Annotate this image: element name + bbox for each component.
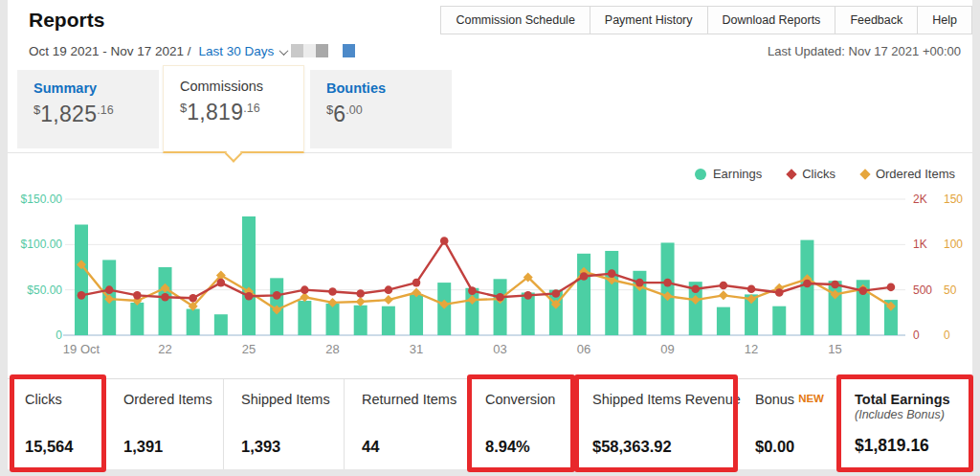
earnings-bar [605,251,618,335]
svg-text:0: 0 [944,329,950,342]
tab-summary[interactable]: Summary $1,825.16 [17,70,159,148]
svg-text:$150.00: $150.00 [21,193,63,206]
view-toggle-icons [291,44,355,57]
earnings-bar [214,314,228,335]
svg-text:2K: 2K [913,193,927,206]
header: Reports Commission Schedule Payment Hist… [8,0,972,40]
svg-text:100: 100 [944,238,963,251]
earnings-bar [494,279,507,335]
svg-text:28: 28 [325,342,339,356]
view-toggle-icon[interactable] [291,44,303,57]
svg-text:22: 22 [158,342,171,356]
bounties-amount: $6.00 [326,102,452,127]
stat-conversion: Conversion8.94% [467,379,574,469]
earnings-bar [661,242,675,335]
svg-text:1K: 1K [913,238,927,251]
svg-text:150: 150 [944,193,963,206]
header-nav-buttons: Commission Schedule Payment History Down… [441,6,972,34]
last-updated-text: Last Updated: Nov 17 2021 +00:00 [768,44,961,58]
stat-bonus: BonusNEW $0.00 [737,379,836,469]
report-tabs: Summary $1,825.16 Commissions $1,819.16 … [8,67,972,153]
feedback-button[interactable]: Feedback [835,6,918,34]
chart-legend: Earnings Clicks Ordered Items [669,167,955,181]
ordered items-line [81,264,891,309]
page-title: Reports [29,9,104,32]
commissions-amount: $1,819.16 [180,100,303,125]
stat-returned-items: Returned Items44 [344,379,467,469]
earnings-bar [717,307,730,335]
view-toggle-icon[interactable] [316,44,328,57]
earnings-bar [382,306,395,335]
earnings-bar [130,303,144,335]
chevron-down-icon [279,46,289,56]
svg-text:03: 03 [493,342,506,356]
earnings-bar [187,309,200,335]
includes-bonus-note: (Includes Bonus) [855,408,965,421]
svg-text:0: 0 [56,329,62,342]
svg-text:500: 500 [913,283,932,297]
period-selector[interactable]: Last 30 Days [198,44,274,58]
subheader: Oct 19 2021 - Nov 17 2021 / Last 30 Days… [8,40,972,67]
view-toggle-icon[interactable] [303,44,316,57]
svg-text:15: 15 [828,342,841,356]
svg-text:09: 09 [660,342,674,356]
svg-text:31: 31 [410,342,423,356]
ordered-items-marker-icon [859,169,870,179]
payment-history-button[interactable]: Payment History [590,6,708,34]
clicks-marker-icon [787,169,797,179]
legend-item-ordered-items[interactable]: Ordered Items [861,167,955,181]
earnings-bar [354,306,368,335]
earnings-bar [298,301,311,335]
earnings-chart-canvas[interactable]: $150.002K150$100.001K100$50.005005000019… [8,192,972,374]
svg-text:0: 0 [913,329,920,342]
download-reports-button[interactable]: Download Reports [707,6,836,34]
earnings-bar [242,216,256,335]
stat-shipped-items: Shipped Items1,393 [223,379,344,469]
stats-row: Clicks15,564 Ordered Items1,391 Shipped … [8,378,972,469]
earnings-bar [410,294,423,335]
legend-item-clicks[interactable]: Clicks [788,167,835,181]
new-badge: NEW [798,393,824,404]
earnings-bar [577,254,590,335]
stat-shipped-items-revenue: Shipped Items Revenue$58,363.92 [574,379,737,469]
svg-text:06: 06 [577,342,590,356]
tab-bounties[interactable]: Bounties $6.00 [310,70,452,148]
chart-view-icon[interactable] [343,44,355,57]
earnings-bar [772,306,786,335]
svg-text:19 Oct: 19 Oct [63,342,100,356]
date-range: Oct 19 2021 - Nov 17 2021 / [29,44,191,58]
svg-text:$50.00: $50.00 [27,283,62,297]
svg-text:25: 25 [242,342,256,356]
earnings-marker-icon [695,169,706,180]
help-button[interactable]: Help [917,6,972,34]
commission-schedule-button[interactable]: Commission Schedule [440,6,590,34]
tab-commissions[interactable]: Commissions $1,819.16 [163,65,304,153]
stat-clicks: Clicks15,564 [8,379,105,469]
svg-text:$100.00: $100.00 [21,238,63,251]
earnings-bar [326,304,340,335]
svg-text:12: 12 [745,342,758,356]
stat-ordered-items: Ordered Items1,391 [105,379,223,469]
stat-total-earnings: Total Earnings (Includes Bonus) $1,819.1… [836,379,972,469]
svg-text:50: 50 [944,283,957,297]
chart-section: Earnings Clicks Ordered Items $150.002K1… [8,153,972,378]
earnings-bar [75,225,88,335]
earnings-bar [829,281,842,335]
summary-amount: $1,825.16 [33,102,159,127]
reports-card: Reports Commission Schedule Payment Hist… [8,0,972,469]
legend-item-earnings[interactable]: Earnings [695,167,762,181]
